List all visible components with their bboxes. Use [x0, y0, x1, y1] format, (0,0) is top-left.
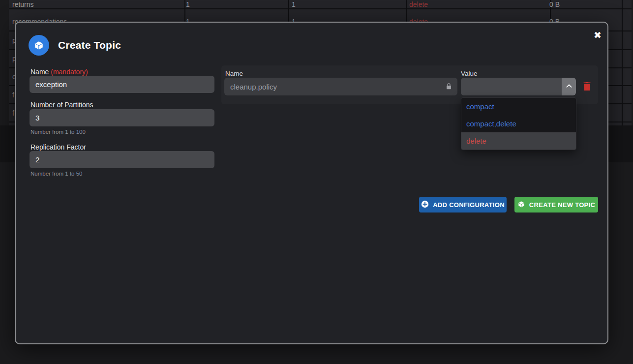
config-value-input[interactable] — [461, 78, 562, 95]
config-value-field-wrap — [461, 78, 576, 95]
topic-name-cell: returns — [12, 0, 34, 8]
topic-cube-icon — [29, 35, 49, 56]
config-value-label: Value — [461, 70, 478, 77]
close-icon[interactable]: ✖ — [594, 30, 602, 40]
value-options-dropdown: compact compact,delete delete — [461, 97, 576, 150]
create-new-topic-label: CREATE NEW TOPIC — [529, 201, 595, 209]
topic-name-cell-partial: f — [12, 91, 14, 99]
config-name-label: Name — [225, 70, 243, 77]
value-dropdown-toggle[interactable] — [562, 78, 576, 95]
replication-input[interactable] — [30, 151, 214, 168]
add-configuration-button[interactable]: ADD CONFIGURATION — [419, 197, 507, 212]
config-name-input[interactable] — [224, 78, 457, 95]
modal-title: Create Topic — [58, 39, 121, 51]
topic-name-cell-partial: f — [12, 109, 14, 117]
create-new-topic-button[interactable]: CREATE NEW TOPIC — [514, 197, 598, 212]
cube-icon — [517, 200, 525, 210]
remove-configuration-button[interactable] — [581, 81, 593, 93]
table-column-divider — [622, 0, 623, 125]
table-cell: 1 — [186, 0, 190, 8]
replication-label: Replication Factor — [30, 143, 86, 151]
add-configuration-label: ADD CONFIGURATION — [433, 201, 505, 209]
table-cell: 1 — [292, 0, 296, 8]
partitions-input[interactable] — [30, 109, 214, 126]
table-row-divider — [9, 8, 632, 9]
name-label: Name (mandatory) — [30, 68, 88, 76]
config-name-field-wrap — [224, 78, 457, 95]
plus-circle-icon — [421, 200, 429, 210]
trash-icon — [583, 82, 591, 92]
name-label-text: Name — [30, 68, 49, 76]
create-topic-modal: ✖ Create Topic Name (mandatory) Number o… — [15, 22, 608, 344]
lock-icon — [445, 83, 452, 92]
cleanup-policy-cell: delete — [409, 0, 428, 8]
partitions-label: Number of Partitions — [30, 101, 93, 109]
screen: returns 1 1 delete 0 B recommendations 1… — [0, 0, 633, 364]
option-compact-delete[interactable]: compact,delete — [461, 115, 576, 132]
topic-name-input[interactable] — [30, 76, 214, 93]
replication-helper-text: Number from 1 to 50 — [30, 171, 82, 177]
chevron-up-icon — [565, 82, 573, 91]
size-cell: 0 B — [549, 0, 560, 8]
partitions-helper-text: Number from 1 to 100 — [30, 129, 86, 135]
option-delete[interactable]: delete — [461, 132, 576, 150]
option-compact[interactable]: compact — [461, 98, 576, 115]
mandatory-hint: (mandatory) — [51, 68, 88, 76]
